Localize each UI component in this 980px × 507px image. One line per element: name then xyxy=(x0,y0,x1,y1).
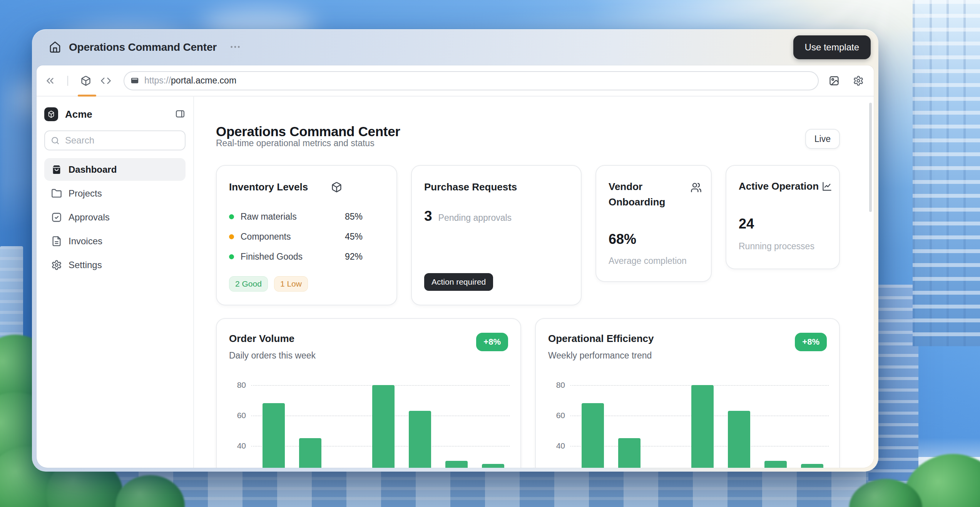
chart-bar xyxy=(482,464,504,468)
inventory-levels-card: Inventory Levels Raw materials 85% xyxy=(216,165,397,305)
chart-subtitle: Weekly performance trend xyxy=(548,350,652,361)
status-dot xyxy=(229,254,234,259)
list-item: Raw materials 85% xyxy=(229,207,363,227)
y-axis-tick-label: 40 xyxy=(229,440,246,451)
row-value: 85% xyxy=(345,212,363,222)
card-header: Inventory Levels xyxy=(229,181,342,193)
status-badge-good: 2 Good xyxy=(229,276,268,292)
folder-icon xyxy=(51,188,62,199)
search-input[interactable] xyxy=(44,130,186,150)
search-box xyxy=(44,130,186,150)
panel-toggle-button[interactable] xyxy=(175,108,186,120)
sidebar-item-label: Dashboard xyxy=(69,164,117,175)
chart-bar xyxy=(445,461,468,468)
file-text-icon xyxy=(51,236,62,247)
page-title: Operations Command Center xyxy=(216,124,400,139)
status-dot xyxy=(229,214,234,219)
metric-value: 24 xyxy=(739,216,754,232)
action-required-badge[interactable]: Action required xyxy=(424,273,493,291)
list-item: Components 45% xyxy=(229,227,363,247)
status-dot xyxy=(229,234,234,239)
home-button[interactable] xyxy=(47,40,63,55)
gear-icon xyxy=(51,260,62,270)
line-chart-icon xyxy=(822,181,832,192)
trend-badge: +8% xyxy=(476,333,508,351)
sidebar-item-approvals[interactable]: Approvals xyxy=(44,206,186,228)
browser-panel: https://portal.acme.com Acme xyxy=(37,65,874,468)
use-template-button[interactable]: Use template xyxy=(793,35,871,59)
building xyxy=(913,0,980,346)
metric-caption: Running processes xyxy=(739,241,814,252)
row-label: Finished Goods xyxy=(241,252,303,262)
search-icon xyxy=(50,136,60,145)
dashboard-page: Operations Command Center Real-time oper… xyxy=(194,97,874,468)
url-host: portal.acme.com xyxy=(171,75,236,86)
sidebar-item-label: Settings xyxy=(69,260,102,270)
brand-row: Acme xyxy=(44,106,186,123)
row-label: Raw materials xyxy=(241,212,297,222)
sidebar-item-invoices[interactable]: Invoices xyxy=(44,230,186,252)
settings-button[interactable] xyxy=(853,75,864,86)
card-title: Inventory Levels xyxy=(229,181,308,193)
sidebar-item-settings[interactable]: Settings xyxy=(44,254,186,276)
sidebar-item-label: Approvals xyxy=(69,212,110,223)
metric-row: 3 Pending approvals xyxy=(424,208,512,224)
y-axis-tick-label: 60 xyxy=(548,410,565,421)
ellipsis-menu-button[interactable] xyxy=(229,41,241,54)
metric-caption: Pending approvals xyxy=(438,213,512,223)
components-tab-button[interactable] xyxy=(80,75,91,86)
status-badge-low: 1 Low xyxy=(274,276,308,292)
row-value: 45% xyxy=(345,232,363,242)
metric-caption: Average completion xyxy=(609,256,687,266)
code-icon xyxy=(100,75,111,86)
users-icon xyxy=(691,182,702,210)
active-operations-card: Active Operations 24 Running processes xyxy=(726,165,840,269)
chart-subtitle: Daily orders this week xyxy=(229,350,316,361)
browser-content: Acme Dashboar xyxy=(37,97,874,468)
y-axis-tick-label: 40 xyxy=(548,440,565,451)
chart-bar xyxy=(372,385,395,468)
code-view-button[interactable] xyxy=(100,75,111,86)
chart-bar xyxy=(801,464,823,468)
list-item: Finished Goods 92% xyxy=(229,247,363,267)
operational-efficiency-chart-card: Operational Efficiency Weekly performanc… xyxy=(535,318,840,468)
live-status-badge: Live xyxy=(805,129,840,149)
inventory-rows: Raw materials 85% Components 45% Finishe… xyxy=(229,207,363,267)
bag-icon xyxy=(51,164,62,175)
card-title: Purchase Requests xyxy=(424,181,517,193)
sidebar-item-dashboard[interactable]: Dashboard xyxy=(44,158,186,181)
scrollbar[interactable] xyxy=(869,103,872,212)
cube-icon xyxy=(47,110,55,118)
chart-title: Order Volume xyxy=(229,333,294,345)
browser-icon xyxy=(130,76,140,86)
chart-bar xyxy=(618,438,641,468)
chart-bar xyxy=(764,461,787,468)
chart-bar xyxy=(582,403,604,468)
sidebar-item-label: Invoices xyxy=(69,236,102,247)
gear-icon xyxy=(853,75,864,86)
inventory-badges: 2 Good 1 Low xyxy=(229,276,308,292)
chevrons-left-icon xyxy=(44,75,56,87)
desktop: Operations Command Center Use template xyxy=(0,0,980,507)
window-titlebar: Operations Command Center Use template xyxy=(32,29,878,65)
bar-chart: 806040 xyxy=(548,370,829,468)
chart-bar xyxy=(409,411,431,468)
toolbar-divider xyxy=(67,76,68,86)
chart-bar xyxy=(691,385,714,468)
vendor-onboarding-card: Vendor Onboarding 68% Average completion xyxy=(595,165,712,282)
page-subtitle: Real-time operational metrics and status xyxy=(216,138,375,148)
panel-layout-icon xyxy=(175,108,186,119)
card-title: Vendor Onboarding xyxy=(609,179,677,210)
ellipsis-icon xyxy=(229,41,241,53)
y-axis-tick-label: 80 xyxy=(229,380,246,390)
order-volume-chart-card: Order Volume Daily orders this week +8% … xyxy=(216,318,521,468)
browser-toolbar: https://portal.acme.com xyxy=(37,65,874,97)
sidebar-item-projects[interactable]: Projects xyxy=(44,182,186,205)
collapse-toolbar-button[interactable] xyxy=(44,75,56,87)
url-bar[interactable]: https://portal.acme.com xyxy=(124,71,819,90)
url-scheme: https:// xyxy=(144,75,171,86)
card-title: Active Operations xyxy=(739,180,819,192)
trend-badge: +8% xyxy=(795,333,827,351)
screenshot-button[interactable] xyxy=(829,75,840,86)
row-label: Components xyxy=(241,232,291,242)
